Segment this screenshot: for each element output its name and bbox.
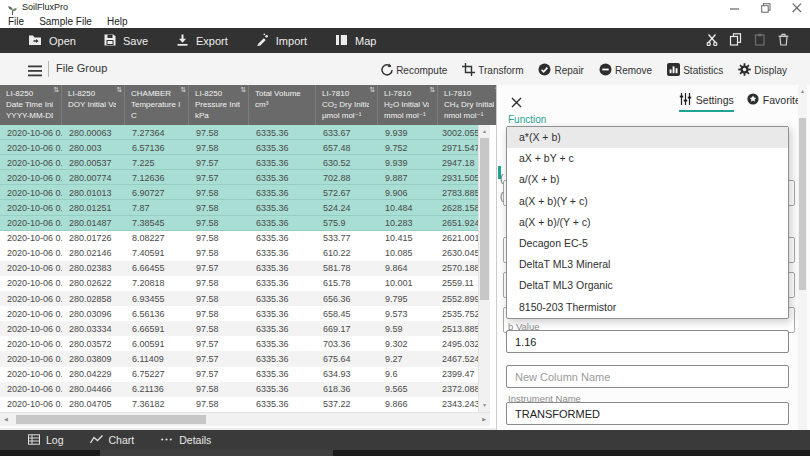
repair-button[interactable]: Repair [535,61,586,80]
close-panel-icon[interactable] [511,94,522,112]
table-cell: 280.02858 [62,294,125,304]
table-row[interactable]: 2020-10-06 0...280.047057.3618297.586335… [0,397,478,412]
sort-icon[interactable]: ⇅ [53,86,59,94]
import-label: Import [276,35,307,47]
close-button[interactable] [791,2,802,13]
export-button[interactable]: Export [176,34,228,48]
log-button[interactable]: Log [28,434,64,447]
divider [48,61,49,77]
vertical-scroll-thumb[interactable] [480,138,489,300]
table-row[interactable]: 2020-10-06 0...280.033346.6659197.586335… [0,321,478,336]
function-option[interactable]: Decagon EC-5 [507,233,788,254]
table-cell: 280.01013 [62,188,125,198]
function-option[interactable]: a(X + b)/(Y + c) [507,212,788,233]
scroll-left-icon[interactable]: ◀ [4,417,8,422]
table-cell: 7.225 [125,158,189,168]
table-row[interactable]: 2020-10-06 0...280.0036.5713697.586335.3… [0,140,478,155]
sort-icon[interactable]: ⇅ [429,86,435,94]
column-header[interactable]: LI-7810H₂O Initial Valuemmol mol⁻¹⇅ [378,85,438,125]
column-header[interactable]: Total Volumecm³ [249,85,316,125]
table-row[interactable]: 2020-10-06 0...280.026227.2081897.586335… [0,276,478,291]
b-value-input[interactable] [506,330,789,353]
function-option[interactable]: DeltaT ML3 Mineral [507,254,788,275]
import-button[interactable]: Import [256,33,307,48]
table-cell: 97.58 [189,324,249,334]
column-header[interactable]: LI-8250DOY Initial Value⇅ [62,85,125,125]
table-cell: 97.58 [189,278,249,288]
panel-scroll-up-icon[interactable]: ▲ [800,88,805,94]
open-button[interactable]: Open [28,34,76,48]
save-button[interactable]: Save [104,34,148,48]
tab-settings[interactable]: Settings [679,93,734,107]
statistics-button[interactable]: Statistics [664,61,726,80]
table-body: 2020-10-06 0...280.000637.2736497.586335… [0,125,478,412]
table-row[interactable]: 2020-10-06 0...280.017268.0822797.586335… [0,231,478,246]
map-button[interactable]: Map [335,34,376,48]
menu-help[interactable]: Help [107,16,128,27]
table-row[interactable]: 2020-10-06 0...280.000637.2736497.586335… [0,125,478,140]
copy-icon[interactable] [729,33,742,48]
function-option[interactable]: aX + bY + c [507,148,788,169]
panel-scroll-thumb[interactable] [799,118,806,290]
panel-scrollbar[interactable]: ▲ [798,85,807,430]
column-header[interactable]: LI-8250Pressure Initial VkPa⇅ [189,85,249,125]
table-row[interactable]: 2020-10-06 0...280.042296.7522797.576335… [0,367,478,382]
transform-button[interactable]: Transform [459,61,526,80]
table-row[interactable]: 2020-10-06 0...280.012517.8797.586335.36… [0,200,478,215]
table-cell: 280.04466 [62,384,125,394]
table-row[interactable]: 2020-10-06 0...280.010136.9072797.586335… [0,185,478,200]
sort-icon[interactable]: ⇅ [180,86,186,94]
table-row[interactable]: 2020-10-06 0...280.038096.1140997.576335… [0,351,478,366]
remove-button[interactable]: Remove [596,61,655,80]
table-row[interactable]: 2020-10-06 0...280.014877.3854597.586335… [0,216,478,231]
menu-sample-file[interactable]: Sample File [39,16,92,27]
minimize-button[interactable] [729,2,740,13]
table-row[interactable]: 2020-10-06 0...280.028586.9345597.586335… [0,291,478,306]
table-row[interactable]: 2020-10-06 0...280.021467.4059197.586335… [0,246,478,261]
column-header[interactable]: LI-7810CO₂ Dry Initial Vµmol mol⁻¹⇅ [316,85,378,125]
table-row[interactable]: 2020-10-06 0...280.023836.6645597.576335… [0,261,478,276]
statistics-label: Statistics [683,65,723,76]
function-option[interactable]: 8150-203 Thermistor [507,297,788,318]
table-row[interactable]: 2020-10-06 0...280.007747.1263697.576335… [0,170,478,185]
new-column-input[interactable] [506,365,789,388]
paste-icon[interactable] [753,33,766,48]
table-row[interactable]: 2020-10-06 0...280.044666.2113697.586335… [0,382,478,397]
table-cell: 7.27364 [125,128,189,138]
column-header[interactable]: LI-8250Date Time InitialYYYY-MM-DD H⇅ [0,85,62,125]
sort-icon[interactable]: ⇅ [240,86,246,94]
sort-icon[interactable]: ⇅ [116,86,122,94]
horizontal-scrollbar[interactable]: ◀ ▶ [0,412,490,426]
function-option[interactable]: a*(X + b) [507,127,788,148]
delete-trash-icon[interactable] [777,33,790,48]
cut-icon[interactable] [706,34,718,48]
function-option[interactable]: DeltaT ML3 Organic [507,275,788,296]
horizontal-scroll-thumb[interactable] [16,415,206,424]
table-cell: 6.56136 [125,309,189,319]
table-row[interactable]: 2020-10-06 0...280.035726.0059197.576335… [0,336,478,351]
instrument-name-input[interactable] [506,402,789,425]
table-row[interactable]: 2020-10-06 0...280.030966.5613697.586335… [0,306,478,321]
sort-icon[interactable]: ⇅ [369,86,375,94]
scroll-down-icon[interactable]: ▼ [482,403,487,408]
table-row[interactable]: 2020-10-06 0...280.005377.22597.576335.3… [0,155,478,170]
recompute-button[interactable]: Recompute [377,61,450,80]
taskbar-segment [100,450,333,456]
scroll-right-icon[interactable]: ▶ [482,417,486,422]
table-cell: 280.03572 [62,339,125,349]
column-header[interactable]: CHAMBERTemperature InitiC⇅ [125,85,189,125]
column-header-text: Temperature Initi [131,99,180,110]
function-option[interactable]: a(X + b)(Y + c) [507,191,788,212]
table-cell: 2020-10-06 0... [0,354,62,364]
details-button[interactable]: Details [160,434,211,447]
scroll-up-icon[interactable]: ▲ [482,129,487,134]
menu-toggle-icon[interactable] [28,63,42,81]
vertical-scrollbar[interactable]: ▲ ▼ [478,125,490,412]
menu-file[interactable]: File [8,16,24,27]
maximize-button[interactable] [760,2,771,13]
display-button[interactable]: Display [735,61,790,80]
app-window: SoilFluxPro File Sample File Help Open S… [0,0,810,456]
chart-button[interactable]: Chart [90,434,135,447]
function-option[interactable]: a/(X + b) [507,169,788,190]
column-header[interactable]: LI-7810CH₄ Dry Initialnmol mol⁻¹⇅ [438,85,497,125]
